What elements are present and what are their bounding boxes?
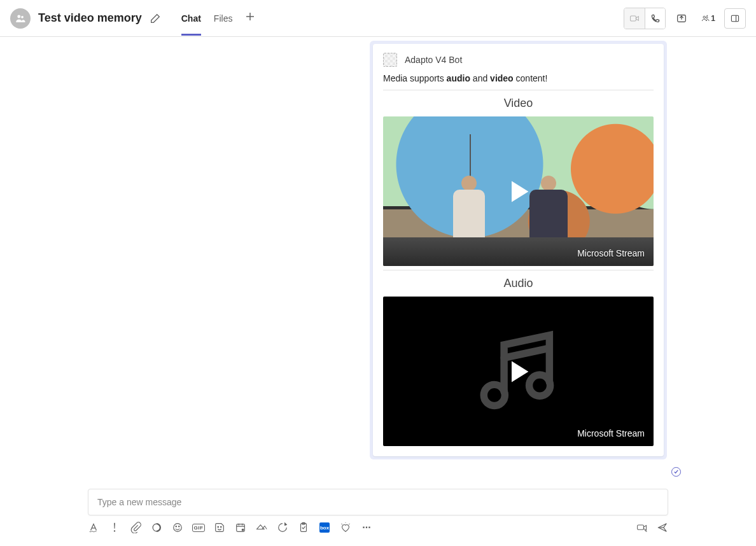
svg-point-15 bbox=[221, 526, 221, 527]
audio-player[interactable]: Microsoft Stream bbox=[383, 297, 654, 446]
group-avatar[interactable] bbox=[10, 8, 31, 29]
divider bbox=[383, 270, 654, 270]
edit-icon[interactable] bbox=[150, 13, 161, 24]
play-icon bbox=[505, 358, 533, 386]
message-input[interactable] bbox=[88, 489, 668, 515]
audio-section-title: Audio bbox=[383, 277, 654, 290]
send-button[interactable] bbox=[657, 522, 668, 533]
open-panel-button[interactable] bbox=[724, 8, 746, 29]
intro-audio: audio bbox=[447, 73, 470, 83]
chat-title: Test video memory bbox=[38, 11, 142, 25]
chat-header: Test video memory Chat Files 1 bbox=[0, 0, 756, 37]
share-button[interactable] bbox=[671, 8, 692, 29]
svg-rect-6 bbox=[731, 15, 738, 22]
people-button[interactable]: 1 bbox=[697, 8, 719, 29]
svg-point-9 bbox=[114, 530, 115, 531]
call-button-group bbox=[624, 8, 666, 29]
panel-icon bbox=[730, 13, 740, 24]
tab-files[interactable]: Files bbox=[214, 1, 233, 36]
svg-point-13 bbox=[179, 526, 179, 526]
header-left: Test video memory Chat Files bbox=[10, 1, 255, 36]
card-header: Adapto V4 Bot bbox=[383, 53, 654, 67]
audio-brand: Microsoft Stream bbox=[577, 428, 645, 438]
header-right: 1 bbox=[624, 8, 746, 29]
schedule-icon[interactable] bbox=[235, 522, 246, 533]
divider bbox=[383, 90, 654, 90]
loop-icon[interactable] bbox=[151, 522, 162, 533]
gif-icon[interactable]: GIF bbox=[193, 522, 204, 533]
intro-video: video bbox=[490, 73, 514, 83]
box-app-icon[interactable]: box bbox=[319, 522, 330, 533]
approvals-icon[interactable] bbox=[298, 522, 309, 533]
more-icon[interactable]: ··· bbox=[361, 522, 372, 533]
toolbar-right bbox=[636, 522, 668, 533]
svg-point-12 bbox=[176, 526, 176, 526]
tab-add-button[interactable] bbox=[245, 11, 255, 25]
svg-point-1 bbox=[21, 15, 24, 18]
message-composer: GIF box ··· bbox=[0, 489, 756, 546]
viva-icon[interactable] bbox=[277, 522, 288, 533]
camera-send-icon[interactable] bbox=[636, 522, 648, 533]
stream-icon[interactable] bbox=[256, 522, 267, 533]
attach-icon[interactable] bbox=[130, 522, 141, 533]
intro-post: content! bbox=[514, 73, 548, 83]
card-intro-text: Media supports audio and video content! bbox=[383, 73, 654, 83]
video-brand: Microsoft Stream bbox=[577, 248, 645, 258]
bot-avatar bbox=[383, 53, 397, 67]
svg-point-7 bbox=[484, 384, 505, 405]
svg-point-4 bbox=[703, 16, 705, 18]
svg-point-14 bbox=[218, 526, 218, 527]
video-call-button bbox=[624, 8, 645, 29]
tabs: Chat Files bbox=[181, 1, 256, 36]
adaptive-card: Adapto V4 Bot Media supports audio and v… bbox=[373, 44, 664, 456]
people-icon bbox=[701, 13, 710, 24]
read-receipt-icon bbox=[671, 467, 681, 477]
audio-call-button[interactable] bbox=[645, 8, 665, 29]
people-icon bbox=[15, 13, 26, 24]
bot-message: Adapto V4 Bot Media supports audio and v… bbox=[370, 41, 667, 459]
svg-point-5 bbox=[706, 17, 708, 18]
tab-chat[interactable]: Chat bbox=[181, 1, 201, 36]
phone-icon bbox=[650, 13, 661, 24]
share-icon bbox=[676, 13, 687, 24]
video-section-title: Video bbox=[383, 97, 654, 110]
toolbar-left: GIF box ··· bbox=[88, 522, 372, 533]
svg-rect-2 bbox=[631, 16, 636, 21]
play-icon bbox=[505, 178, 533, 206]
svg-point-0 bbox=[17, 15, 20, 18]
format-icon[interactable] bbox=[88, 522, 99, 533]
intro-pre: Media supports bbox=[383, 73, 447, 83]
people-count: 1 bbox=[711, 14, 715, 23]
svg-rect-20 bbox=[638, 525, 644, 529]
chat-area: Adapto V4 Bot Media supports audio and v… bbox=[0, 37, 756, 489]
intro-mid: and bbox=[470, 73, 490, 83]
praise-icon[interactable] bbox=[340, 522, 351, 533]
bot-name: Adapto V4 Bot bbox=[405, 55, 462, 65]
video-icon bbox=[629, 13, 640, 24]
emoji-icon[interactable] bbox=[172, 522, 183, 533]
svg-point-17 bbox=[242, 529, 244, 531]
video-player[interactable]: Microsoft Stream bbox=[383, 116, 654, 266]
svg-point-11 bbox=[174, 524, 182, 532]
priority-icon[interactable] bbox=[109, 522, 120, 533]
compose-toolbar: GIF box ··· bbox=[88, 522, 668, 533]
sticker-icon[interactable] bbox=[214, 522, 225, 533]
